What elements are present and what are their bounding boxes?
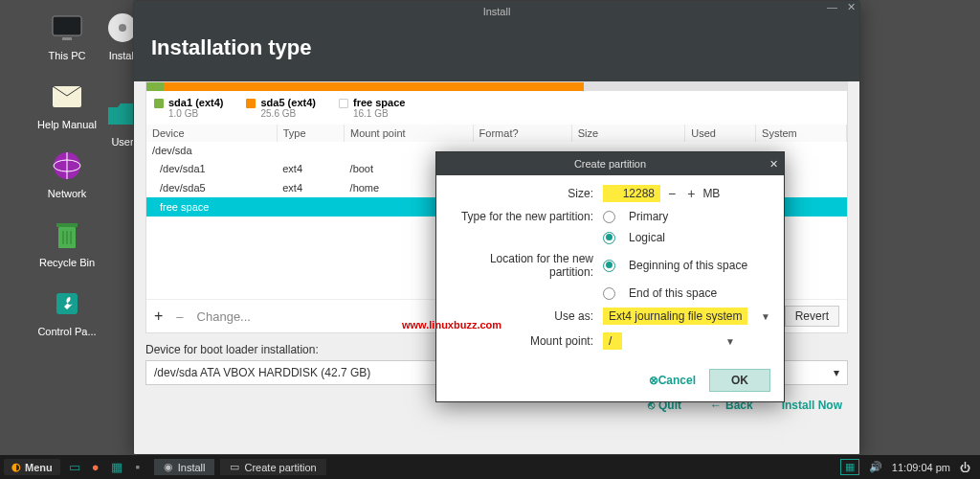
tray-clock[interactable]: 11:09:04 pm bbox=[892, 462, 950, 473]
svg-rect-9 bbox=[56, 223, 78, 227]
radio-end[interactable] bbox=[603, 287, 615, 300]
close-icon[interactable]: ✕ bbox=[769, 158, 778, 171]
window-titlebar[interactable]: Install — ✕ bbox=[134, 1, 859, 22]
chevron-down-icon: ▾ bbox=[834, 366, 839, 379]
desktop-icon-label: Network bbox=[48, 188, 86, 199]
create-partition-dialog: Create partition ✕ Size: 12288 −+ MB Typ… bbox=[435, 151, 785, 402]
desktop-icon-control[interactable]: Control Pa... bbox=[0, 285, 134, 337]
radio-primary[interactable] bbox=[603, 211, 615, 223]
desktop-icon-label: Control Pa... bbox=[37, 326, 96, 337]
disk-usage-bar bbox=[146, 82, 847, 91]
tray-power-icon[interactable]: ⏻ bbox=[960, 462, 970, 473]
menu-button[interactable]: ◐Menu bbox=[4, 459, 60, 475]
globe-icon bbox=[48, 148, 86, 184]
close-icon[interactable]: ✕ bbox=[847, 1, 856, 13]
watermark: www.linuxbuzz.com bbox=[402, 319, 501, 331]
taskbar-task-create-partition[interactable]: ▭Create partition bbox=[220, 459, 325, 475]
taskbar-files-icon[interactable]: ▦ bbox=[107, 458, 126, 477]
mountpoint-select[interactable]: / bbox=[603, 332, 622, 350]
window-controls: — ✕ bbox=[827, 1, 856, 13]
svg-rect-0 bbox=[53, 16, 81, 35]
desktop-icon-label: Recycle Bin bbox=[39, 257, 95, 268]
legend-sda5: sda5 (ext4)25.6 GB bbox=[246, 97, 315, 119]
legend-sda1: sda1 (ext4)1.0 GB bbox=[154, 97, 223, 119]
dialog-title: Create partition bbox=[574, 158, 646, 170]
tray-folder-icon[interactable]: ▦ bbox=[840, 459, 859, 475]
size-decrement[interactable]: − bbox=[668, 186, 676, 201]
minimize-icon[interactable]: — bbox=[827, 1, 837, 13]
svg-point-3 bbox=[119, 24, 126, 32]
legend-free: free space16.1 GB bbox=[339, 97, 405, 119]
desktop-icons: This PC Install Help Manual User Network… bbox=[0, 10, 134, 354]
dialog-titlebar[interactable]: Create partition ✕ bbox=[436, 152, 784, 175]
desktop-icon-label: This PC bbox=[48, 50, 85, 61]
disk-seg-free bbox=[584, 82, 847, 91]
size-input[interactable]: 12288 bbox=[603, 185, 660, 202]
desktop-icon-recycle[interactable]: Recycle Bin bbox=[0, 217, 134, 268]
mountpoint-label: Mount point: bbox=[450, 334, 603, 348]
size-label: Size: bbox=[450, 187, 603, 200]
table-header-row: DeviceTypeMount pointFormat?SizeUsedSyst… bbox=[146, 125, 847, 142]
install-now-button[interactable]: Install Now bbox=[782, 399, 842, 412]
cancel-button[interactable]: ⊗Cancel bbox=[649, 374, 696, 387]
taskbar: ◐Menu ▭ ● ▦ ▪ ◉Install ▭Create partition… bbox=[0, 455, 980, 479]
wrench-icon bbox=[48, 285, 86, 322]
page-title: Installation type bbox=[151, 35, 842, 60]
add-button[interactable]: + bbox=[154, 308, 163, 325]
remove-button[interactable]: – bbox=[176, 309, 183, 324]
size-increment[interactable]: + bbox=[687, 186, 695, 201]
system-tray: ▦ 🔊 11:09:04 pm ⏻ bbox=[840, 459, 976, 475]
monitor-icon bbox=[48, 10, 86, 46]
taskbar-desktop-icon[interactable]: ▭ bbox=[65, 458, 84, 477]
disc-icon: ◉ bbox=[164, 461, 173, 473]
map-icon bbox=[48, 79, 86, 115]
location-label: Location for the new partition: bbox=[450, 252, 603, 279]
taskbar-firefox-icon[interactable]: ● bbox=[86, 458, 105, 477]
installer-header: Installation type bbox=[134, 22, 859, 81]
size-unit: MB bbox=[702, 187, 720, 200]
disk-legend: sda1 (ext4)1.0 GB sda5 (ext4)25.6 GB fre… bbox=[146, 91, 847, 125]
chevron-down-icon: ▼ bbox=[725, 336, 735, 347]
partition-type-label: Type for the new partition: bbox=[450, 210, 603, 223]
svg-rect-1 bbox=[62, 37, 72, 40]
disk-seg-sda5 bbox=[164, 82, 584, 91]
taskbar-task-install[interactable]: ◉Install bbox=[154, 459, 215, 475]
radio-beginning[interactable] bbox=[603, 260, 615, 272]
change-button[interactable]: Change... bbox=[197, 309, 251, 324]
tray-volume-icon[interactable]: 🔊 bbox=[869, 461, 882, 473]
desktop-icon-network[interactable]: Network bbox=[0, 148, 134, 199]
desktop-icon-label: Help Manual bbox=[37, 119, 97, 130]
dialog-actions: ⊗Cancel OK bbox=[436, 359, 784, 401]
taskbar-terminal-icon[interactable]: ▪ bbox=[128, 458, 147, 477]
useas-select[interactable]: Ext4 journaling file system bbox=[603, 308, 747, 325]
desktop-icon-label: User bbox=[111, 136, 133, 148]
window-title: Install bbox=[483, 6, 511, 17]
trash-icon bbox=[48, 217, 86, 253]
radio-logical[interactable] bbox=[603, 232, 615, 244]
ok-button[interactable]: OK bbox=[709, 369, 770, 392]
window-icon: ▭ bbox=[230, 461, 239, 473]
chevron-down-icon: ▼ bbox=[761, 311, 770, 322]
revert-button[interactable]: Revert bbox=[785, 306, 839, 327]
disk-seg-sda1 bbox=[146, 82, 164, 91]
